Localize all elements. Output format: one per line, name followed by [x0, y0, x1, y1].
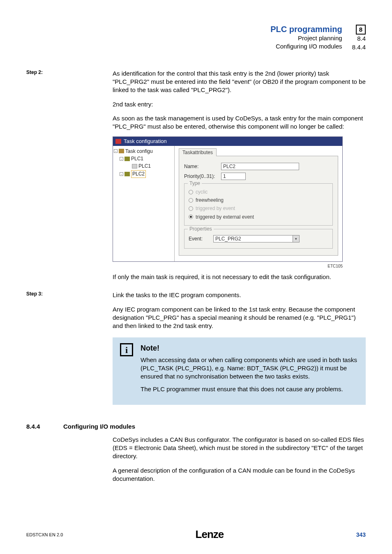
page-header: PLC programming Project planning Configu…	[26, 25, 366, 51]
folder-icon	[119, 149, 124, 153]
tree-expander-icon[interactable]: -	[120, 157, 123, 161]
tree-root-label[interactable]: Task configu	[125, 148, 153, 155]
tree-leaf-plc1[interactable]: PLC1	[138, 163, 151, 169]
radio-freewheeling[interactable]	[189, 198, 193, 203]
doc-subtitle-2: Configuring I/O modules	[270, 42, 342, 51]
tab-taskattributes[interactable]: Taskattributes	[179, 148, 217, 156]
name-label: Name:	[184, 163, 221, 170]
tree-node-plc1[interactable]: PLC1	[131, 155, 143, 162]
section-paragraph-1: CoDeSys includes a CAN Bus configurator.…	[113, 436, 366, 461]
event-select[interactable]: PLC_PRG2 ▾	[213, 235, 300, 242]
screenshot-caption: ETC105	[113, 263, 343, 269]
task-icon	[125, 157, 130, 161]
tree-node-plc2-selected[interactable]: PLC2	[131, 170, 146, 178]
radio-cyclic[interactable]	[189, 190, 193, 194]
section-number: 8.4.4	[26, 423, 47, 430]
event-label: Event:	[189, 235, 213, 242]
radio-triggered-external[interactable]	[189, 215, 193, 219]
step-3-label: Step 3:	[26, 291, 113, 297]
section-title: Configuring I/O modules	[63, 423, 135, 430]
radio-triggered-event[interactable]	[189, 206, 193, 211]
section-number-1: 8.4	[352, 35, 366, 43]
program-icon	[132, 164, 137, 169]
tree-pane: - Task configu - PLC1 PLC	[113, 146, 175, 261]
tree-expander-icon[interactable]: -	[114, 149, 118, 153]
note-box: i Note! When accessing data or when call…	[113, 337, 366, 404]
task-config-screenshot: Task configuration - Task configu -	[113, 136, 343, 261]
doc-subtitle-1: Project planning	[270, 34, 342, 42]
doc-title: PLC programming	[270, 25, 342, 34]
type-group: Type cyclic freewheeling	[184, 183, 333, 226]
radio-cyclic-label: cyclic	[196, 189, 208, 195]
event-value: PLC_PRG2	[214, 235, 293, 242]
section-number-2: 8.4.4	[352, 43, 366, 51]
note-title: Note!	[141, 343, 358, 353]
footer-docid: EDSTCXN EN 2.0	[26, 532, 63, 537]
priority-label: Priority(0..31):	[184, 173, 221, 180]
step-2-paragraph-3: As soon as the task management is used b…	[113, 114, 366, 131]
section-heading: 8.4.4 Configuring I/O modules	[26, 423, 366, 430]
radio-triggered-event-label: triggered by event	[196, 205, 235, 212]
properties-group: Properties Event: PLC_PRG2 ▾	[184, 229, 333, 249]
properties-legend: Properties	[188, 226, 214, 232]
page-number: 343	[356, 531, 366, 538]
task-attributes-pane: Taskattributes Name: Priority(0..31):	[175, 146, 342, 261]
step-2-paragraph-2: 2nd task entry:	[113, 100, 366, 108]
task-icon	[125, 172, 130, 176]
chevron-down-icon[interactable]: ▾	[293, 235, 299, 242]
page-footer: EDSTCXN EN 2.0 Lenze 343	[26, 528, 366, 541]
radio-freewheeling-label: freewheeling	[196, 197, 224, 203]
window-titlebar: Task configuration	[113, 137, 342, 146]
section-paragraph-2: A general description of the configurati…	[113, 466, 366, 483]
note-body-1: When accessing data or when calling comp…	[141, 356, 358, 381]
tree-expander-icon[interactable]: -	[120, 172, 123, 176]
radio-triggered-external-label: triggered by external event	[196, 214, 254, 220]
note-body-2: The PLC programmer must ensure that this…	[141, 385, 358, 393]
step-3-paragraph-2: Any IEC program component can be linked …	[113, 305, 366, 330]
after-screenshot-paragraph: If only the main task is required, it is…	[113, 273, 366, 281]
name-field[interactable]	[221, 163, 299, 170]
window-title-text: Task configuration	[124, 138, 167, 145]
step-3-paragraph-1: Link the tasks to the IEC program compon…	[113, 291, 366, 299]
step-2-paragraph-1: As identification for the control that t…	[113, 69, 366, 95]
info-icon: i	[120, 343, 133, 356]
priority-field[interactable]	[221, 173, 246, 180]
lenze-logo: Lenze	[196, 528, 224, 541]
type-legend: Type	[188, 180, 202, 187]
chapter-number-boxed: 8	[356, 25, 366, 35]
window-app-icon	[115, 139, 121, 144]
step-2-label: Step 2:	[26, 69, 113, 75]
